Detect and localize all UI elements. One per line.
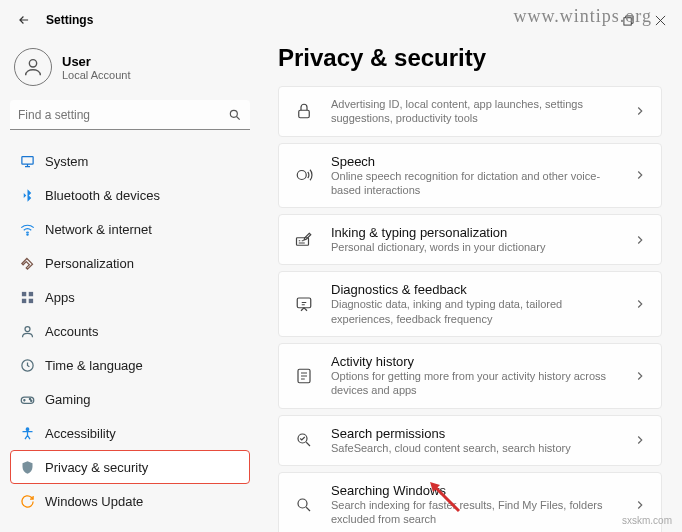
sidebar-item-update[interactable]: Windows Update: [10, 484, 250, 518]
chevron-right-icon: [633, 104, 647, 118]
wifi-icon: [19, 221, 35, 237]
card-speech[interactable]: SpeechOnline speech recognition for dict…: [278, 143, 662, 209]
search-input[interactable]: [18, 108, 228, 122]
chevron-right-icon: [633, 297, 647, 311]
user-icon: [22, 56, 44, 78]
sidebar-item-label: Apps: [45, 290, 75, 305]
svg-point-14: [26, 427, 29, 430]
svg-point-12: [29, 398, 30, 399]
speech-icon: [293, 164, 315, 186]
sidebar-item-apps[interactable]: Apps: [10, 280, 250, 314]
svg-point-9: [25, 326, 30, 331]
sidebar-item-label: Accounts: [45, 324, 98, 339]
apps-icon: [19, 289, 35, 305]
main-content: Privacy & security Advertising ID, local…: [260, 40, 682, 532]
chevron-right-icon: [633, 433, 647, 447]
card-sub: Search indexing for faster results, Find…: [331, 498, 625, 527]
system-icon: [19, 153, 35, 169]
avatar: [14, 48, 52, 86]
app-title: Settings: [46, 13, 93, 27]
sidebar-item-bluetooth[interactable]: Bluetooth & devices: [10, 178, 250, 212]
svg-rect-5: [21, 291, 25, 295]
card-title: Diagnostics & feedback: [331, 282, 625, 297]
card-general[interactable]: Advertising ID, local content, app launc…: [278, 86, 662, 137]
gaming-icon: [19, 391, 35, 407]
svg-rect-6: [28, 291, 32, 295]
close-icon: [655, 15, 666, 26]
shield-icon: [19, 459, 35, 475]
accessibility-icon: [19, 425, 35, 441]
card-activity[interactable]: Activity historyOptions for getting more…: [278, 343, 662, 409]
search-check-icon: [293, 429, 315, 451]
chevron-right-icon: [633, 168, 647, 182]
card-sub: Online speech recognition for dictation …: [331, 169, 625, 198]
card-inking[interactable]: Inking & typing personalizationPersonal …: [278, 214, 662, 265]
sidebar-item-label: Gaming: [45, 392, 91, 407]
card-title: Inking & typing personalization: [331, 225, 625, 240]
search-box[interactable]: [10, 100, 250, 130]
footer-watermark: sxskm.com: [622, 515, 672, 526]
card-sub: Advertising ID, local content, app launc…: [331, 97, 625, 126]
sidebar-item-label: Time & language: [45, 358, 143, 373]
card-sub: Personal dictionary, words in your dicti…: [331, 240, 625, 254]
bluetooth-icon: [19, 187, 35, 203]
sidebar-item-privacy[interactable]: Privacy & security: [10, 450, 250, 484]
watermark-text: www.wintips.org: [513, 6, 652, 27]
svg-rect-15: [299, 111, 310, 119]
sidebar-item-label: Bluetooth & devices: [45, 188, 160, 203]
sidebar-item-system[interactable]: System: [10, 144, 250, 178]
sidebar-item-label: Privacy & security: [45, 460, 148, 475]
feedback-icon: [293, 293, 315, 315]
svg-rect-7: [21, 298, 25, 302]
user-subtitle: Local Account: [62, 69, 131, 81]
history-icon: [293, 365, 315, 387]
sidebar-item-label: Network & internet: [45, 222, 152, 237]
clock-icon: [19, 357, 35, 373]
card-title: Speech: [331, 154, 625, 169]
svg-point-16: [297, 171, 306, 180]
sidebar-item-accounts[interactable]: Accounts: [10, 314, 250, 348]
accounts-icon: [19, 323, 35, 339]
card-sub: Diagnostic data, inking and typing data,…: [331, 297, 625, 326]
paint-icon: [19, 255, 35, 271]
back-button[interactable]: [8, 4, 40, 36]
sidebar-item-gaming[interactable]: Gaming: [10, 382, 250, 416]
update-icon: [19, 493, 35, 509]
card-title: Searching Windows: [331, 483, 625, 498]
svg-point-21: [298, 499, 307, 508]
card-title: Search permissions: [331, 426, 625, 441]
keyboard-pen-icon: [293, 229, 315, 251]
svg-point-13: [30, 400, 31, 401]
card-sub: Options for getting more from your activ…: [331, 369, 625, 398]
user-block[interactable]: User Local Account: [10, 40, 250, 100]
card-title: Activity history: [331, 354, 625, 369]
lock-icon: [293, 100, 315, 122]
search-icon: [228, 108, 242, 122]
chevron-right-icon: [633, 498, 647, 512]
sidebar-item-personalization[interactable]: Personalization: [10, 246, 250, 280]
sidebar-item-label: Accessibility: [45, 426, 116, 441]
svg-point-1: [29, 60, 36, 67]
card-searching-windows[interactable]: Searching WindowsSearch indexing for fas…: [278, 472, 662, 532]
svg-rect-8: [28, 298, 32, 302]
chevron-right-icon: [633, 233, 647, 247]
card-diagnostics[interactable]: Diagnostics & feedbackDiagnostic data, i…: [278, 271, 662, 337]
card-sub: SafeSearch, cloud content search, search…: [331, 441, 625, 455]
sidebar-item-network[interactable]: Network & internet: [10, 212, 250, 246]
chevron-right-icon: [633, 369, 647, 383]
page-title: Privacy & security: [278, 44, 662, 72]
back-arrow-icon: [17, 13, 31, 27]
svg-rect-3: [21, 156, 32, 164]
sidebar-item-accessibility[interactable]: Accessibility: [10, 416, 250, 450]
sidebar-item-time[interactable]: Time & language: [10, 348, 250, 382]
svg-point-2: [230, 110, 237, 117]
card-search-permissions[interactable]: Search permissionsSafeSearch, cloud cont…: [278, 415, 662, 466]
search-icon: [293, 494, 315, 516]
user-name: User: [62, 54, 131, 69]
sidebar-item-label: Personalization: [45, 256, 134, 271]
svg-point-4: [26, 233, 27, 234]
sidebar-item-label: System: [45, 154, 88, 169]
sidebar: User Local Account System Bluetooth & de…: [0, 40, 260, 532]
sidebar-item-label: Windows Update: [45, 494, 143, 509]
